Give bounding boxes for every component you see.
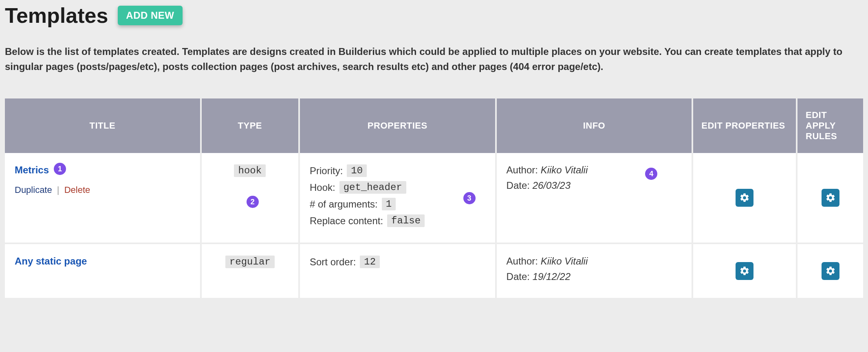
edit-apply-rules-button[interactable]	[822, 262, 839, 280]
info-label-author: Author:	[507, 164, 538, 175]
col-header-title: TITLE	[5, 98, 202, 153]
annotation-marker-3: 3	[463, 192, 476, 204]
prop-label-hook: Hook:	[310, 182, 335, 193]
info-label-author: Author:	[507, 256, 538, 267]
info-value-author: Kiiko Vitalii	[541, 256, 588, 267]
col-header-properties: PROPERTIES	[300, 98, 497, 153]
gear-icon	[739, 192, 750, 203]
col-header-edit-apply-rules: EDIT APPLY RULES	[798, 98, 863, 153]
col-header-info: INFO	[497, 98, 694, 153]
gear-icon	[825, 266, 836, 276]
action-separator: |	[57, 185, 59, 195]
prop-label-priority: Priority:	[310, 165, 343, 177]
template-title-link[interactable]: Metrics	[15, 164, 49, 175]
prop-label-num-args: # of arguments:	[310, 199, 378, 210]
info-label-date: Date:	[507, 271, 530, 282]
annotation-marker-4: 4	[645, 168, 657, 180]
prop-value-replace-content: false	[387, 214, 425, 227]
duplicate-link[interactable]: Duplicate	[15, 185, 52, 195]
add-new-button[interactable]: ADD NEW	[118, 6, 182, 25]
edit-properties-button[interactable]	[736, 262, 753, 280]
gear-icon	[739, 266, 750, 276]
table-row: Any static page regular Sort order: 12 A…	[5, 243, 863, 298]
info-value-date: 19/12/22	[533, 271, 571, 282]
col-header-type: TYPE	[202, 98, 300, 153]
page-title: Templates	[5, 3, 108, 28]
row-actions: Duplicate | Delete	[15, 185, 190, 195]
prop-value-hook: get_header	[339, 181, 406, 194]
info-value-author: Kiiko Vitalii	[541, 164, 588, 175]
prop-value-sort-order: 12	[360, 256, 380, 268]
prop-label-sort-order: Sort order:	[310, 256, 356, 268]
templates-table: TITLE TYPE PROPERTIES INFO EDIT PROPERTI…	[5, 98, 863, 298]
info-value-date: 26/03/23	[533, 180, 571, 191]
info-label-date: Date:	[507, 180, 530, 191]
type-chip: regular	[225, 256, 275, 268]
prop-value-priority: 10	[347, 164, 367, 177]
template-title-link[interactable]: Any static page	[15, 256, 87, 267]
delete-link[interactable]: Delete	[64, 185, 90, 195]
col-header-edit-properties: EDIT PROPERTIES	[693, 98, 798, 153]
table-row: Metrics 1 Duplicate | Delete hook 2	[5, 153, 863, 243]
edit-properties-button[interactable]	[736, 189, 753, 207]
annotation-marker-1: 1	[54, 163, 66, 175]
prop-value-num-args: 1	[382, 198, 396, 210]
gear-icon	[825, 192, 836, 203]
type-chip: hook	[234, 164, 266, 177]
prop-label-replace-content: Replace content:	[310, 215, 383, 227]
edit-apply-rules-button[interactable]	[822, 189, 839, 207]
page-description: Below is the list of templates created. …	[5, 44, 853, 74]
annotation-marker-2: 2	[247, 196, 259, 208]
